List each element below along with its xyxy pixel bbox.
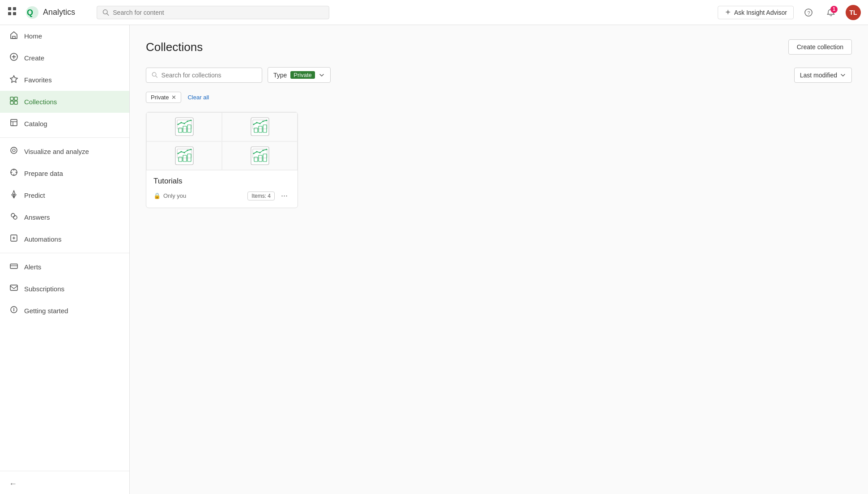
last-modified-dropdown[interactable]: Last modified <box>794 68 852 83</box>
notifications-button[interactable]: 1 <box>823 5 838 20</box>
sidebar-label-visualize: Visualize and analyze <box>24 148 89 155</box>
sidebar-item-collections[interactable]: Collections <box>0 91 129 113</box>
svg-rect-30 <box>10 264 17 268</box>
sidebar-item-predict[interactable]: Predict <box>0 184 129 206</box>
create-collection-button[interactable]: Create collection <box>788 39 852 55</box>
svg-rect-0 <box>8 7 11 10</box>
svg-point-74 <box>259 152 260 153</box>
app-name-label: Analytics <box>43 8 75 17</box>
sidebar-item-create[interactable]: Create <box>0 47 129 69</box>
sidebar-item-visualize[interactable]: Visualize and analyze <box>0 141 129 162</box>
collections-search-input[interactable] <box>162 72 256 79</box>
svg-text:?: ? <box>808 10 810 15</box>
svg-point-73 <box>256 151 257 152</box>
sidebar-item-getting-started[interactable]: Getting started <box>0 300 129 322</box>
last-modified-label: Last modified <box>800 72 837 79</box>
avatar[interactable]: TL <box>846 5 861 20</box>
sidebar-item-catalog[interactable]: Catalog <box>0 113 129 135</box>
sidebar-item-alerts[interactable]: Alerts <box>0 256 129 278</box>
sidebar-item-home[interactable]: Home <box>0 25 129 47</box>
sidebar-label-answers: Answers <box>24 213 50 221</box>
sidebar-label-favorites: Favorites <box>24 76 52 84</box>
sidebar-item-favorites[interactable]: Favorites <box>0 69 129 91</box>
sidebar-label-create: Create <box>24 54 44 62</box>
sidebar-item-automations[interactable]: Automations <box>0 228 129 250</box>
svg-point-46 <box>190 120 191 121</box>
global-search-input[interactable] <box>113 9 323 16</box>
sidebar-label-alerts: Alerts <box>24 263 41 271</box>
card-title: Tutorials <box>153 177 290 186</box>
svg-line-8 <box>107 13 109 15</box>
sidebar: Home Create Favorites Collections Catalo… <box>0 25 130 494</box>
card-owner: 🔒 Only you <box>153 192 186 199</box>
prepare-icon <box>9 168 19 179</box>
svg-point-75 <box>262 149 264 151</box>
page-header: Collections Create collection <box>146 39 852 55</box>
collections-search-icon <box>152 72 158 78</box>
svg-rect-18 <box>14 101 17 104</box>
remove-private-filter-icon[interactable]: ✕ <box>171 94 176 101</box>
answers-icon <box>9 212 19 223</box>
private-chip-label: Private <box>151 94 169 101</box>
svg-rect-32 <box>10 285 17 290</box>
topnav-right-area: Ask Insight Advisor ? 1 TL <box>718 5 861 20</box>
svg-line-36 <box>156 76 157 77</box>
insight-advisor-button[interactable]: Ask Insight Advisor <box>718 6 794 19</box>
insight-advisor-label: Ask Insight Advisor <box>734 9 787 16</box>
search-icon <box>102 9 109 16</box>
sidebar-item-prepare[interactable]: Prepare data <box>0 162 129 184</box>
favorites-icon <box>9 74 19 85</box>
sidebar-label-predict: Predict <box>24 192 45 199</box>
home-icon <box>9 30 19 42</box>
svg-rect-19 <box>11 119 17 126</box>
subscriptions-icon <box>9 283 19 294</box>
svg-point-34 <box>13 308 14 309</box>
svg-point-23 <box>13 149 15 152</box>
catalog-icon <box>9 118 19 129</box>
card-owner-label: Only you <box>163 192 186 199</box>
clear-all-button[interactable]: Clear all <box>186 92 211 102</box>
card-thumbnail <box>146 112 222 141</box>
filters-row: Type Private Last modified <box>146 67 852 83</box>
sidebar-item-subscriptions[interactable]: Subscriptions <box>0 278 129 300</box>
collections-search-box[interactable] <box>146 68 262 83</box>
card-thumbnail <box>146 141 222 170</box>
automations-icon <box>9 234 19 245</box>
svg-point-54 <box>259 123 260 124</box>
visualize-icon <box>9 146 19 157</box>
sidebar-item-answers[interactable]: Answers <box>0 206 129 228</box>
svg-rect-16 <box>14 97 17 100</box>
more-options-button[interactable]: ··· <box>278 190 290 201</box>
card-thumbnails-grid <box>146 112 298 170</box>
svg-point-22 <box>11 147 17 153</box>
sidebar-label-getting-started: Getting started <box>24 307 68 315</box>
qlik-logo-area[interactable]: Q Analytics <box>24 4 75 21</box>
svg-point-64 <box>183 152 185 153</box>
alerts-icon <box>9 261 19 273</box>
help-button[interactable]: ? <box>801 5 816 20</box>
svg-point-76 <box>266 149 267 150</box>
grid-menu-icon[interactable] <box>7 6 17 18</box>
global-search-box[interactable] <box>97 6 329 19</box>
topnav: Q Analytics Ask Insight Advisor ? <box>0 0 868 25</box>
lock-icon: 🔒 <box>153 192 161 199</box>
svg-point-42 <box>177 124 179 125</box>
sidebar-label-collections: Collections <box>24 98 57 106</box>
sidebar-label-subscriptions: Subscriptions <box>24 285 64 293</box>
svg-point-52 <box>253 124 254 125</box>
svg-point-62 <box>177 153 179 154</box>
card-meta: Items: 4 ··· <box>247 190 290 201</box>
svg-point-45 <box>187 121 188 122</box>
svg-rect-15 <box>10 97 13 100</box>
sidebar-collapse-button[interactable]: ← <box>0 474 129 494</box>
sidebar-label-catalog: Catalog <box>24 120 47 128</box>
svg-text:Q: Q <box>27 8 33 17</box>
card-thumbnail <box>222 112 298 141</box>
getting-started-icon <box>9 305 19 316</box>
create-icon <box>9 52 19 64</box>
type-filter-dropdown[interactable]: Type Private <box>268 67 331 83</box>
private-filter-chip[interactable]: Private ✕ <box>146 92 181 103</box>
sparkle-icon <box>724 9 732 16</box>
collection-card-tutorials[interactable]: Tutorials 🔒 Only you Items: 4 ··· <box>146 112 298 208</box>
predict-icon <box>9 190 19 201</box>
